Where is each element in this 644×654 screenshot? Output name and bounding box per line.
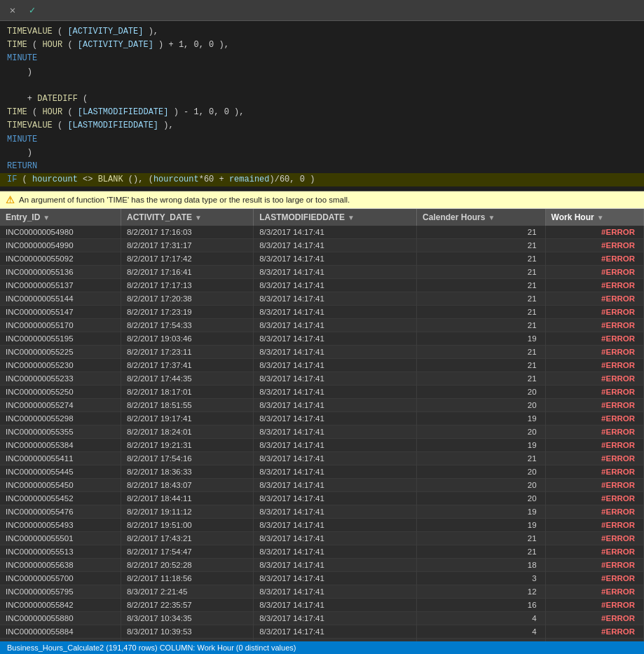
cell-work_hour: #ERROR xyxy=(545,306,643,319)
sort-icon: ▼ xyxy=(348,214,355,222)
cell-last_modified: 8/3/2017 14:17:41 xyxy=(254,372,417,386)
cell-work_hour: #ERROR xyxy=(545,439,643,452)
cell-activity_date: 8/2/2017 20:52:28 xyxy=(121,559,253,572)
cell-work_hour: #ERROR xyxy=(545,599,643,612)
cell-cal_hours: 21 xyxy=(417,372,545,386)
sort-icon: ▼ xyxy=(488,214,495,222)
cell-activity_date: 8/2/2017 17:54:16 xyxy=(121,452,253,465)
cell-cal_hours: 4 xyxy=(417,625,545,639)
column-header-entry_id[interactable]: Entry_ID▼ xyxy=(0,209,121,226)
cell-cal_hours: 19 xyxy=(417,505,545,519)
cell-last_modified: 8/3/2017 14:17:41 xyxy=(254,319,417,332)
column-label: LASTMODIFIEDDATE xyxy=(259,212,345,222)
code-line: TIME ( HOUR ( [ACTIVITY_DATE] ) + 1, 0, … xyxy=(0,39,644,52)
cell-cal_hours: 20 xyxy=(417,399,545,412)
cancel-button[interactable]: ✕ xyxy=(6,4,20,18)
cell-cal_hours: 16 xyxy=(417,599,545,612)
cell-work_hour: #ERROR xyxy=(545,585,643,599)
cell-activity_date: 8/3/2017 2:21:45 xyxy=(121,585,253,599)
cell-work_hour: #ERROR xyxy=(545,412,643,425)
code-line: MINUTE xyxy=(0,133,644,147)
table-row: INC0000000553848/2/2017 19:21:318/3/2017… xyxy=(0,439,644,452)
column-header-activity_date[interactable]: ACTIVITY_DATE▼ xyxy=(121,209,253,226)
code-line: ) xyxy=(0,66,644,79)
cell-entry_id: INC000000055092 xyxy=(0,252,121,266)
data-table: Entry_ID▼ACTIVITY_DATE▼LASTMODIFIEDDATE▼… xyxy=(0,209,644,652)
code-line: TIME ( HOUR ( [LASTMODIFIEDDATE] ) - 1, … xyxy=(0,106,644,119)
cell-work_hour: #ERROR xyxy=(545,226,643,239)
cell-activity_date: 8/2/2017 17:54:33 xyxy=(121,319,253,332)
cell-entry_id: INC000000055136 xyxy=(0,266,121,279)
cell-last_modified: 8/3/2017 14:17:41 xyxy=(254,612,417,625)
cell-last_modified: 8/3/2017 14:17:41 xyxy=(254,545,417,559)
cell-work_hour: #ERROR xyxy=(545,545,643,559)
table-row: INC0000000554118/2/2017 17:54:168/3/2017… xyxy=(0,452,644,465)
cell-work_hour: #ERROR xyxy=(545,399,643,412)
cell-entry_id: INC000000055274 xyxy=(0,399,121,412)
table-row: INC0000000555018/2/2017 17:43:218/3/2017… xyxy=(0,532,644,545)
column-label: Calender Hours xyxy=(423,212,485,222)
table-row: INC0000000554938/2/2017 19:51:008/3/2017… xyxy=(0,519,644,532)
cell-last_modified: 8/3/2017 14:17:41 xyxy=(254,279,417,292)
table-row: INC0000000558848/3/2017 10:39:538/3/2017… xyxy=(0,625,644,639)
cell-activity_date: 8/2/2017 17:54:47 xyxy=(121,545,253,559)
cell-last_modified: 8/3/2017 14:17:41 xyxy=(254,332,417,346)
cell-activity_date: 8/2/2017 19:17:41 xyxy=(121,412,253,425)
cell-work_hour: #ERROR xyxy=(545,252,643,266)
column-header-cal_hours[interactable]: Calender Hours▼ xyxy=(417,209,545,226)
cell-cal_hours: 20 xyxy=(417,465,545,479)
table-row: INC0000000551378/2/2017 17:17:138/3/2017… xyxy=(0,279,644,292)
cell-cal_hours: 21 xyxy=(417,545,545,559)
code-editor: TIMEVALUE ( [ACTIVITY_DATE] ), TIME ( HO… xyxy=(0,21,644,191)
cell-cal_hours: 21 xyxy=(417,279,545,292)
cell-activity_date: 8/2/2017 18:44:11 xyxy=(121,492,253,505)
cell-cal_hours: 21 xyxy=(417,239,545,252)
cell-cal_hours: 18 xyxy=(417,559,545,572)
cell-cal_hours: 21 xyxy=(417,319,545,332)
cell-work_hour: #ERROR xyxy=(545,319,643,332)
cell-entry_id: INC000000055384 xyxy=(0,439,121,452)
cell-last_modified: 8/3/2017 14:17:41 xyxy=(254,346,417,359)
cell-activity_date: 8/2/2017 17:23:19 xyxy=(121,306,253,319)
cell-cal_hours: 21 xyxy=(417,252,545,266)
cell-last_modified: 8/3/2017 14:17:41 xyxy=(254,439,417,452)
column-header-last_modified[interactable]: LASTMODIFIEDDATE▼ xyxy=(254,209,417,226)
table-row: INC0000000552308/2/2017 17:37:418/3/2017… xyxy=(0,359,644,372)
warning-text: An argument of function 'TIME' has the w… xyxy=(19,196,350,204)
column-header-work_hour[interactable]: Work Hour▼ xyxy=(545,209,643,226)
cell-last_modified: 8/3/2017 14:17:41 xyxy=(254,559,417,572)
cell-activity_date: 8/2/2017 18:43:07 xyxy=(121,479,253,492)
cell-activity_date: 8/2/2017 17:17:13 xyxy=(121,279,253,292)
warning-icon: ⚠ xyxy=(6,194,15,205)
cell-work_hour: #ERROR xyxy=(545,452,643,465)
cell-cal_hours: 21 xyxy=(417,266,545,279)
cell-entry_id: INC000000055880 xyxy=(0,612,121,625)
table-row: INC0000000551448/2/2017 17:20:388/3/2017… xyxy=(0,292,644,306)
column-label: Work Hour xyxy=(551,212,594,222)
cell-work_hour: #ERROR xyxy=(545,572,643,585)
cell-entry_id: INC000000055170 xyxy=(0,319,121,332)
cell-activity_date: 8/2/2017 17:43:21 xyxy=(121,532,253,545)
cell-activity_date: 8/2/2017 18:51:55 xyxy=(121,399,253,412)
table-row: INC0000000552338/2/2017 17:44:358/3/2017… xyxy=(0,372,644,386)
cell-cal_hours: 19 xyxy=(417,332,545,346)
cell-last_modified: 8/3/2017 14:17:41 xyxy=(254,359,417,372)
cell-activity_date: 8/2/2017 22:35:57 xyxy=(121,599,253,612)
cell-last_modified: 8/3/2017 14:17:41 xyxy=(254,226,417,239)
cell-activity_date: 8/2/2017 17:44:35 xyxy=(121,372,253,386)
cell-cal_hours: 12 xyxy=(417,585,545,599)
code-line: ) xyxy=(0,147,644,160)
cell-cal_hours: 21 xyxy=(417,306,545,319)
cell-activity_date: 8/2/2017 17:17:42 xyxy=(121,252,253,266)
cell-work_hour: #ERROR xyxy=(545,479,643,492)
status-bar: Business_Hours_Calculate2 (191,470 rows)… xyxy=(0,641,644,654)
table-row: INC0000000558808/3/2017 10:34:358/3/2017… xyxy=(0,612,644,625)
cell-cal_hours: 19 xyxy=(417,439,545,452)
cell-entry_id: INC000000055298 xyxy=(0,412,121,425)
confirm-button[interactable]: ✓ xyxy=(25,4,39,18)
cell-work_hour: #ERROR xyxy=(545,612,643,625)
cell-work_hour: #ERROR xyxy=(545,492,643,505)
cell-activity_date: 8/3/2017 10:34:35 xyxy=(121,612,253,625)
cell-entry_id: INC000000055233 xyxy=(0,372,121,386)
sort-icon: ▼ xyxy=(195,214,202,222)
